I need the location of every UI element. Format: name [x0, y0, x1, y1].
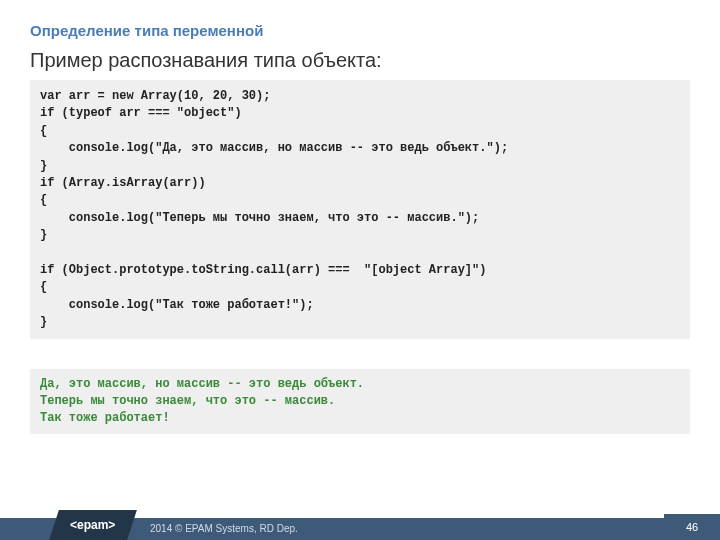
code-line: var arr = new Array(10, 20, 30);	[40, 89, 270, 103]
footer: <epam> 2014 © EPAM Systems, RD Dep. 46	[0, 510, 720, 540]
page-number: 46	[664, 514, 720, 540]
section-title: Определение типа переменной	[30, 22, 690, 39]
code-line: {	[40, 124, 47, 138]
code-line: console.log("Да, это массив, но массив -…	[40, 141, 508, 155]
output-line: Так тоже работает!	[40, 411, 170, 425]
code-line: if (typeof arr === "object")	[40, 106, 242, 120]
code-line: {	[40, 280, 47, 294]
logo-text: <epam>	[70, 518, 115, 532]
code-line: console.log("Теперь мы точно знаем, что …	[40, 211, 479, 225]
code-line: }	[40, 159, 47, 173]
output-line: Да, это массив, но массив -- это ведь об…	[40, 377, 364, 391]
code-line: }	[40, 315, 47, 329]
output-line: Теперь мы точно знаем, что это -- массив…	[40, 394, 335, 408]
logo: <epam>	[49, 510, 137, 540]
copyright: 2014 © EPAM Systems, RD Dep.	[150, 518, 298, 540]
output-block: Да, это массив, но массив -- это ведь об…	[30, 369, 690, 433]
slide-subtitle: Пример распознавания типа объекта:	[30, 49, 690, 72]
code-line: if (Object.prototype.toString.call(arr) …	[40, 263, 486, 277]
code-line: if (Array.isArray(arr))	[40, 176, 206, 190]
code-block: var arr = new Array(10, 20, 30); if (typ…	[30, 80, 690, 339]
slide: Определение типа переменной Пример распо…	[0, 0, 720, 540]
code-line: }	[40, 228, 47, 242]
code-line: {	[40, 193, 47, 207]
code-line: console.log("Так тоже работает!");	[40, 298, 314, 312]
